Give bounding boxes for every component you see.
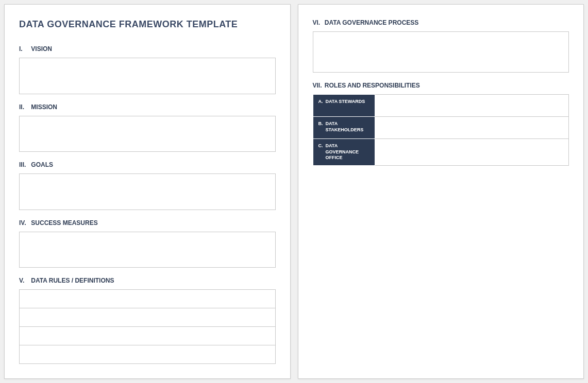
success-measures-input[interactable] (19, 232, 276, 268)
table-row: A.DATA STEWARDS (313, 95, 569, 117)
section-success-measures-label: IV. SUCCESS MEASURES (19, 219, 276, 227)
mission-input[interactable] (19, 116, 276, 152)
roles-table: A.DATA STEWARDS B.DATA STAKEHOLDERS C.DA… (313, 94, 569, 166)
section-text: DATA GOVERNANCE PROCESS (325, 19, 418, 26)
section-num: I. (19, 45, 29, 53)
role-header-governance-office: C.DATA GOVERNANCE OFFICE (313, 139, 375, 166)
section-num: VII. (313, 82, 323, 89)
data-rules-stack (19, 289, 276, 364)
section-goals-label: III. GOALS (19, 161, 276, 168)
section-text: GOALS (31, 161, 53, 168)
section-text: VISION (31, 45, 52, 53)
table-row: B.DATA STAKEHOLDERS (313, 117, 569, 139)
vision-input[interactable] (19, 58, 276, 94)
role-value-governance-office[interactable] (375, 139, 569, 166)
section-num: IV. (19, 219, 29, 227)
section-data-rules-label: V. DATA RULES / DEFINITIONS (19, 277, 276, 284)
section-mission-label: II. MISSION (19, 103, 276, 111)
table-row: C.DATA GOVERNANCE OFFICE (313, 139, 569, 166)
goals-input[interactable] (19, 173, 276, 210)
section-governance-process-label: VI. DATA GOVERNANCE PROCESS (313, 19, 569, 26)
role-value-data-stakeholders[interactable] (375, 117, 569, 139)
page-left: DATA GOVERNANCE FRAMEWORK TEMPLATE I. VI… (4, 4, 291, 379)
data-rules-row-1[interactable] (19, 289, 276, 308)
template-title: DATA GOVERNANCE FRAMEWORK TEMPLATE (19, 19, 276, 30)
data-rules-row-4[interactable] (19, 345, 276, 364)
data-rules-row-2[interactable] (19, 308, 276, 327)
section-num: II. (19, 103, 29, 111)
section-text: DATA RULES / DEFINITIONS (31, 277, 114, 284)
section-text: ROLES AND RESPONSIBILITIES (325, 82, 420, 89)
data-rules-row-3[interactable] (19, 326, 276, 345)
section-roles-label: VII. ROLES AND RESPONSIBILITIES (313, 82, 569, 89)
governance-process-input[interactable] (313, 31, 569, 73)
section-vision-label: I. VISION (19, 45, 276, 53)
section-num: VI. (313, 19, 323, 26)
role-header-data-stakeholders: B.DATA STAKEHOLDERS (313, 117, 375, 139)
section-num: III. (19, 161, 29, 168)
role-header-data-stewards: A.DATA STEWARDS (313, 95, 375, 117)
section-text: MISSION (31, 103, 57, 111)
page-right: VI. DATA GOVERNANCE PROCESS VII. ROLES A… (298, 4, 584, 379)
role-value-data-stewards[interactable] (375, 95, 569, 117)
section-num: V. (19, 277, 29, 284)
section-text: SUCCESS MEASURES (31, 219, 97, 227)
